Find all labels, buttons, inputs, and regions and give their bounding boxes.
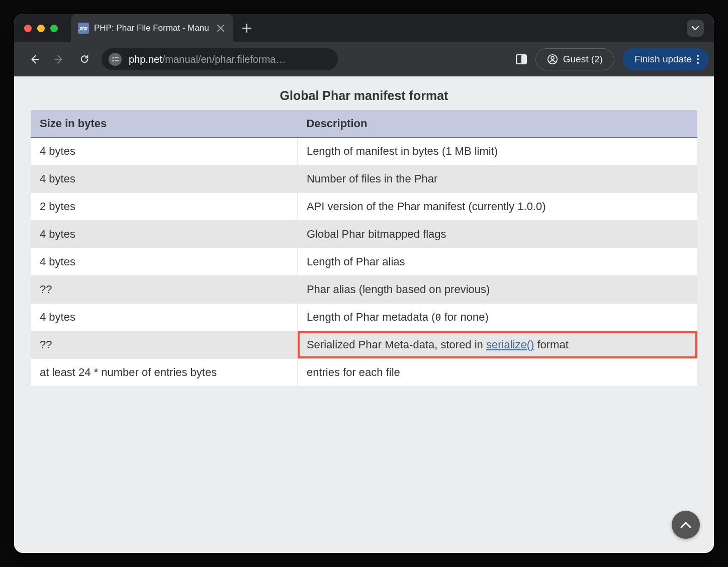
svg-point-7 bbox=[551, 56, 554, 59]
minimize-window-button[interactable] bbox=[37, 25, 45, 32]
fullscreen-window-button[interactable] bbox=[50, 25, 58, 32]
side-panel-button[interactable] bbox=[510, 48, 532, 70]
table-row: at least 24 * number of entries bytesent… bbox=[31, 359, 697, 387]
cell-description: entries for each file bbox=[297, 359, 697, 387]
column-header-size: Size in bytes bbox=[31, 110, 297, 138]
cell-description: Length of Phar alias bbox=[297, 248, 697, 276]
svg-point-0 bbox=[112, 57, 114, 58]
browser-tab[interactable]: php PHP: Phar File Format - Manu bbox=[71, 14, 233, 42]
column-header-description: Description bbox=[297, 110, 697, 138]
page-content: Global Phar manifest format Size in byte… bbox=[14, 76, 714, 553]
close-tab-button[interactable] bbox=[214, 25, 227, 32]
back-button[interactable] bbox=[23, 48, 45, 70]
profile-label: Guest (2) bbox=[563, 54, 603, 65]
cell-description: Length of manifest in bytes (1 MB limit) bbox=[297, 138, 697, 165]
table-row: 4 bytesGlobal Phar bitmapped flags bbox=[31, 221, 697, 248]
cell-description: Phar alias (length based on previous) bbox=[297, 276, 697, 304]
url-text: php.net/manual/en/phar.fileforma… bbox=[129, 54, 286, 65]
svg-point-2 bbox=[112, 60, 114, 61]
forward-button[interactable] bbox=[48, 48, 70, 70]
table-row: 4 bytesNumber of files in the Phar bbox=[31, 165, 697, 193]
cell-size: 4 bytes bbox=[31, 165, 297, 193]
cell-size: at least 24 * number of entries bytes bbox=[31, 359, 297, 387]
serialize-link[interactable]: serialize() bbox=[486, 338, 534, 351]
svg-rect-5 bbox=[521, 55, 526, 64]
svg-rect-3 bbox=[115, 60, 119, 61]
finish-update-label: Finish update bbox=[634, 54, 692, 65]
cell-description: API version of the Phar manifest (curren… bbox=[297, 193, 697, 221]
address-bar[interactable]: php.net/manual/en/phar.fileforma… bbox=[102, 48, 338, 70]
cell-description: Global Phar bitmapped flags bbox=[297, 221, 697, 248]
manifest-format-table: Size in bytes Description 4 bytesLength … bbox=[31, 110, 697, 387]
code-literal: 0 bbox=[435, 311, 441, 323]
cell-size: 4 bytes bbox=[31, 248, 297, 276]
cell-size: ?? bbox=[31, 276, 297, 304]
finish-update-button[interactable]: Finish update bbox=[622, 48, 709, 70]
tab-strip: php PHP: Phar File Format - Manu bbox=[14, 14, 714, 42]
svg-rect-1 bbox=[115, 57, 119, 58]
window-controls bbox=[24, 25, 58, 32]
scroll-to-top-button[interactable] bbox=[672, 511, 700, 539]
cell-description: Serialized Phar Meta-data, stored in ser… bbox=[297, 331, 697, 359]
cell-size: ?? bbox=[31, 331, 297, 359]
favicon-php-icon: php bbox=[78, 23, 89, 34]
table-row: 4 bytesLength of Phar metadata (0 for no… bbox=[31, 304, 697, 331]
browser-window: php PHP: Phar File Format - Manu bbox=[14, 14, 714, 553]
tab-title: PHP: Phar File Format - Manu bbox=[94, 23, 209, 33]
cell-size: 4 bytes bbox=[31, 138, 297, 165]
kebab-menu-icon bbox=[697, 55, 699, 64]
table-caption: Global Phar manifest format bbox=[14, 88, 714, 103]
close-window-button[interactable] bbox=[24, 25, 32, 32]
table-row: 4 bytesLength of Phar alias bbox=[31, 248, 697, 276]
site-info-icon[interactable] bbox=[109, 53, 122, 66]
new-tab-button[interactable] bbox=[242, 24, 251, 33]
table-row: ??Phar alias (length based on previous) bbox=[31, 276, 697, 304]
table-row: ??Serialized Phar Meta-data, stored in s… bbox=[31, 331, 697, 359]
cell-size: 4 bytes bbox=[31, 221, 297, 248]
profile-button[interactable]: Guest (2) bbox=[535, 48, 614, 70]
table-row: 4 bytesLength of manifest in bytes (1 MB… bbox=[31, 138, 697, 165]
cell-description: Length of Phar metadata (0 for none) bbox=[297, 304, 697, 331]
table-row: 2 bytesAPI version of the Phar manifest … bbox=[31, 193, 697, 221]
cell-size: 2 bytes bbox=[31, 193, 297, 221]
guest-icon bbox=[547, 54, 558, 65]
cell-size: 4 bytes bbox=[31, 304, 297, 331]
reload-button[interactable] bbox=[73, 48, 96, 70]
tab-search-button[interactable] bbox=[687, 20, 704, 37]
cell-description: Number of files in the Phar bbox=[297, 165, 697, 193]
toolbar: php.net/manual/en/phar.fileforma… Guest … bbox=[14, 42, 714, 76]
